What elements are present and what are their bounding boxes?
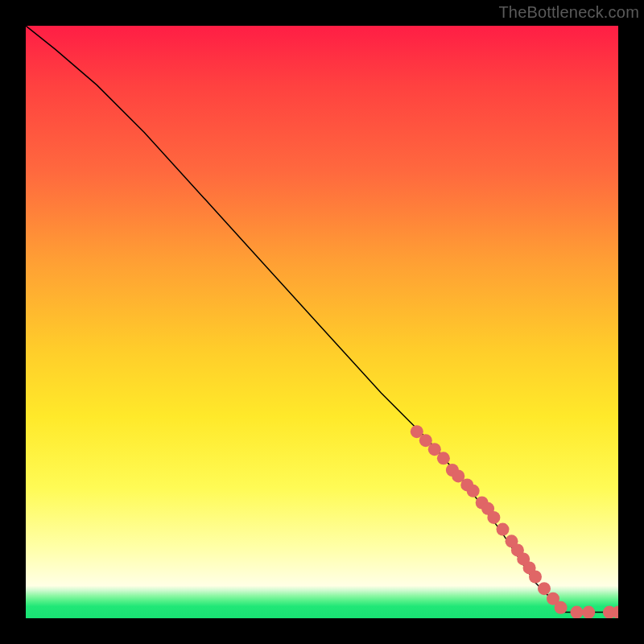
chart-data-point [437,452,450,464]
chart-data-point [487,511,500,524]
chart-scatter-group [411,425,618,618]
chart-plot-area [26,26,618,618]
chart-data-point [555,601,568,614]
chart-svg [26,26,618,618]
chart-curve-line [26,26,618,613]
chart-data-point [582,606,595,618]
chart-data-point [467,485,480,497]
chart-data-point [538,582,551,595]
watermark-label: TheBottleneck.com [498,3,639,22]
chart-data-point [497,523,510,536]
chart-data-point [571,606,584,618]
chart-data-point [529,571,542,584]
